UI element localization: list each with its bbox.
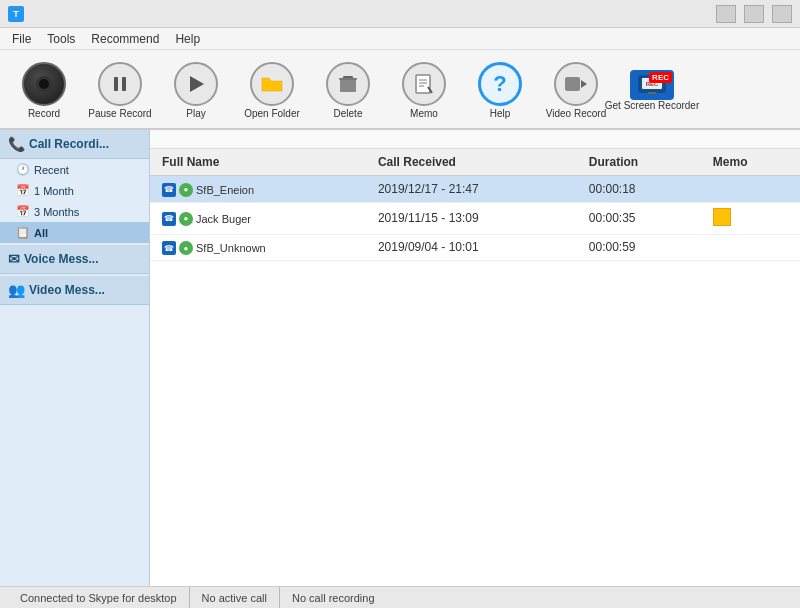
toolbar-btn-record[interactable]: Record (8, 55, 80, 123)
memo-icon (402, 62, 446, 106)
memo-note-icon (713, 208, 731, 226)
content-title (150, 130, 800, 149)
row-1-name: ☎●SfB_Eneion (150, 176, 366, 203)
open-folder-icon (250, 62, 294, 106)
sidebar-item-1month[interactable]: 📅1 Month (0, 180, 149, 201)
col-header-full-name: Full Name (150, 149, 366, 176)
menu-bar: FileToolsRecommendHelp (0, 28, 800, 50)
row-3-name: ☎●SfB_Unknown (150, 234, 366, 261)
all-icon: 📋 (16, 226, 30, 239)
toolbar-btn-play[interactable]: Play (160, 55, 232, 123)
video-messages-icon: 👥 (8, 282, 25, 298)
toolbar-btn-video-record[interactable]: Video Record (540, 55, 612, 123)
table-row[interactable]: ☎●SfB_Unknown2019/09/04 - 10:0100:00:59 (150, 234, 800, 261)
sidebar-header-video-messages[interactable]: 👥Video Mess... (0, 276, 149, 305)
all-label: All (34, 227, 48, 239)
sidebar-header-call-recordings[interactable]: 📞Call Recordi... (0, 130, 149, 159)
contact-icon: ● (179, 241, 193, 255)
call-icon: ☎ (162, 212, 176, 226)
row-2-received: 2019/11/15 - 13:09 (366, 202, 577, 234)
toolbar: RecordPause RecordPlayOpen FolderDeleteM… (0, 50, 800, 130)
menu-item-help[interactable]: Help (167, 30, 208, 48)
contact-icon: ● (179, 212, 193, 226)
maximize-button[interactable] (744, 5, 764, 23)
table-body: ☎●SfB_Eneion2019/12/17 - 21:4700:00:18☎●… (150, 176, 800, 261)
status-connection: Connected to Skype for desktop (8, 587, 190, 608)
memo-label: Memo (410, 108, 438, 119)
row-3-received: 2019/09/04 - 10:01 (366, 234, 577, 261)
pause-label: Pause Record (88, 108, 151, 119)
sidebar-item-recent[interactable]: 🕐Recent (0, 159, 149, 180)
play-icon (174, 62, 218, 106)
call-recordings-label: Call Recordi... (29, 137, 109, 151)
toolbar-btn-open-folder[interactable]: Open Folder (236, 55, 308, 123)
help-icon: ? (478, 62, 522, 106)
minimize-button[interactable] (716, 5, 736, 23)
sidebar-header-voice-messages[interactable]: ✉Voice Mess... (0, 245, 149, 274)
menu-item-tools[interactable]: Tools (39, 30, 83, 48)
sidebar-section-video-messages: 👥Video Mess... (0, 276, 149, 305)
sidebar-section-call-recordings: 📞Call Recordi...🕐Recent📅1 Month📅3 Months… (0, 130, 149, 243)
recent-icon: 🕐 (16, 163, 30, 176)
toolbar-btn-screen-recorder[interactable]: RECGet Screen Recorder (616, 55, 688, 123)
row-1-duration: 00:00:18 (577, 176, 701, 203)
sidebar-item-3months[interactable]: 📅3 Months (0, 201, 149, 222)
recordings-table-area: Full NameCall ReceivedDurationMemo ☎●SfB… (150, 149, 800, 586)
recent-label: Recent (34, 164, 69, 176)
svg-rect-7 (339, 78, 357, 80)
1month-icon: 📅 (16, 184, 30, 197)
svg-marker-14 (581, 80, 587, 88)
row-1-received: 2019/12/17 - 21:47 (366, 176, 577, 203)
toolbar-btn-memo[interactable]: Memo (388, 55, 460, 123)
svg-rect-3 (122, 77, 126, 91)
record-label: Record (28, 108, 60, 119)
table-row[interactable]: ☎●Jack Buger2019/11/15 - 13:0900:00:35 (150, 202, 800, 234)
toolbar-btn-help[interactable]: ?Help (464, 55, 536, 123)
call-recordings-icon: 📞 (8, 136, 25, 152)
title-bar: T (0, 0, 800, 28)
recordings-table: Full NameCall ReceivedDurationMemo ☎●SfB… (150, 149, 800, 261)
row-3-memo (701, 234, 800, 261)
voice-messages-icon: ✉ (8, 251, 20, 267)
help-label: Help (490, 108, 511, 119)
toolbar-btn-pause[interactable]: Pause Record (84, 55, 156, 123)
row-1-memo (701, 176, 800, 203)
svg-rect-13 (565, 77, 580, 91)
row-2-memo (701, 202, 800, 234)
row-2-name: ☎●Jack Buger (150, 202, 366, 234)
menu-item-recommend[interactable]: Recommend (83, 30, 167, 48)
status-recording-status: No call recording (280, 587, 387, 608)
col-header-memo: Memo (701, 149, 800, 176)
main-area: 📞Call Recordi...🕐Recent📅1 Month📅3 Months… (0, 130, 800, 586)
call-icon: ☎ (162, 241, 176, 255)
svg-rect-5 (340, 79, 356, 92)
screen-recorder-icon: REC (630, 70, 674, 100)
svg-rect-17 (648, 92, 656, 94)
delete-icon (326, 62, 370, 106)
svg-text:REC: REC (646, 81, 659, 87)
content-area: Full NameCall ReceivedDurationMemo ☎●SfB… (150, 130, 800, 586)
table-row[interactable]: ☎●SfB_Eneion2019/12/17 - 21:4700:00:18 (150, 176, 800, 203)
pause-icon (98, 62, 142, 106)
status-call-status: No active call (190, 587, 280, 608)
close-button[interactable] (772, 5, 792, 23)
1month-label: 1 Month (34, 185, 74, 197)
sidebar-item-all[interactable]: 📋All (0, 222, 149, 243)
title-bar-left: T (8, 6, 30, 22)
sidebar: 📞Call Recordi...🕐Recent📅1 Month📅3 Months… (0, 130, 150, 586)
menu-item-file[interactable]: File (4, 30, 39, 48)
play-label: Play (186, 108, 205, 119)
screen-recorder-label: Get Screen Recorder (605, 100, 700, 111)
svg-marker-4 (190, 76, 204, 92)
delete-label: Delete (334, 108, 363, 119)
3months-label: 3 Months (34, 206, 79, 218)
row-2-duration: 00:00:35 (577, 202, 701, 234)
record-icon (22, 62, 66, 106)
table-header-row: Full NameCall ReceivedDurationMemo (150, 149, 800, 176)
title-bar-controls (716, 5, 792, 23)
contact-icon: ● (179, 183, 193, 197)
video-messages-label: Video Mess... (29, 283, 105, 297)
col-header-call-received: Call Received (366, 149, 577, 176)
toolbar-btn-delete[interactable]: Delete (312, 55, 384, 123)
voice-messages-label: Voice Mess... (24, 252, 98, 266)
